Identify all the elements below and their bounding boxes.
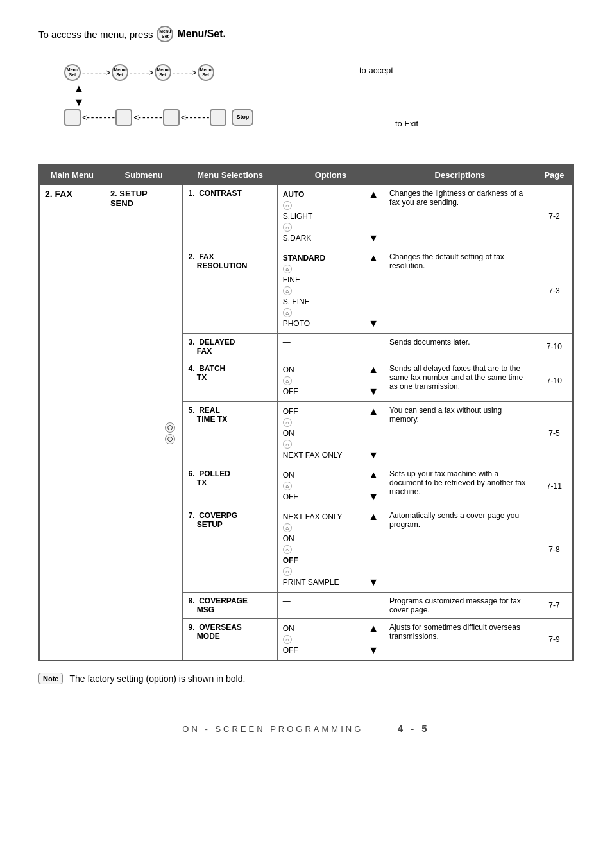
nav-back-btn-2 <box>115 109 132 126</box>
option-item: FINE <box>283 274 366 286</box>
options-cell: ON⌂OFF▲▼ <box>277 465 384 507</box>
option-item: NEXT FAX ONLY <box>283 511 366 523</box>
menu-set-icon-inline: MenuSet <box>157 26 173 42</box>
page-cell: 7-10 <box>536 334 573 360</box>
dash-back-2: <- - - - - - <box>133 112 162 123</box>
header-menu-sel: Menu Selections <box>183 165 277 185</box>
menu-sel-cell: 8. COVERPAGE MSG <box>183 593 277 619</box>
menu-sel-cell: 9. OVERSEAS MODE <box>183 619 277 661</box>
to-exit-label: to Exit <box>395 119 418 128</box>
page-cell: 7-2 <box>536 185 573 248</box>
desc-cell: You can send a fax without using memory. <box>384 402 536 465</box>
option-item: AUTO <box>283 189 366 200</box>
option-item: STANDARD <box>283 252 366 264</box>
note-box-label: Note <box>38 673 63 684</box>
page-cell: 7-8 <box>536 507 573 593</box>
option-item: PRINT SAMPLE <box>283 577 366 588</box>
options-cell: OFF⌂ON⌂NEXT FAX ONLY▲▼ <box>277 402 384 465</box>
up-down-indicator: ▲ ▼ <box>73 82 85 109</box>
option-item: PHOTO <box>283 318 366 329</box>
desc-cell: Programs customized message for fax cove… <box>384 593 536 619</box>
option-item: S. FINE <box>283 296 366 308</box>
nav-back-btn-4 <box>210 109 226 126</box>
menu-sel-cell: 4. BATCH TX <box>183 360 277 402</box>
menu-sel-cell: 6. POLLED TX <box>183 465 277 507</box>
option-item: OFF <box>283 406 366 417</box>
options-cell: — <box>277 334 384 360</box>
footer-page: 4 - 5 <box>398 723 430 734</box>
note-line: Note The factory setting (option) is sho… <box>38 673 574 684</box>
page-cell: 7-5 <box>536 402 573 465</box>
menu-set-bold: Menu/Set. <box>177 28 226 40</box>
page-cell: 7-9 <box>536 619 573 661</box>
page-cell: 7-3 <box>536 248 573 334</box>
option-item: ON <box>283 364 366 376</box>
nav-btn-4: MenuSet <box>198 64 214 81</box>
desc-cell: Sets up your fax machine with a document… <box>384 465 536 507</box>
option-item: OFF <box>283 386 366 397</box>
navigation-diagram: MenuSet - - - - - -> MenuSet - - - - -> … <box>64 58 449 141</box>
header-desc: Descriptions <box>384 165 536 185</box>
options-cell: ON⌂OFF▲▼ <box>277 360 384 402</box>
desc-cell: Sends documents later. <box>384 334 536 360</box>
menu-sel-cell: 2. FAX RESOLUTION <box>183 248 277 334</box>
desc-cell: Changes the lightness or darkness of a f… <box>384 185 536 248</box>
nav-back-btn-1 <box>64 109 81 126</box>
options-cell: ON⌂OFF▲▼ <box>277 619 384 661</box>
option-item: OFF <box>283 491 366 503</box>
intro-text: To access the menu, press <box>38 29 153 40</box>
desc-cell: Ajusts for sometimes difficult overseas … <box>384 619 536 661</box>
stop-btn-icon: Stop <box>232 109 253 126</box>
nav-back-btn-3 <box>163 109 180 126</box>
note-text: The factory setting (option) is shown in… <box>69 673 245 684</box>
option-item: ON <box>283 469 366 481</box>
footer: ON - SCREEN PROGRAMMING 4 - 5 <box>38 723 574 734</box>
menu-table: Main Menu Submenu Menu Selections Option… <box>38 164 574 661</box>
intro-line: To access the menu, press MenuSet Menu/S… <box>38 26 574 42</box>
desc-cell: Sends all delayed faxes that are to the … <box>384 360 536 402</box>
header-options: Options <box>277 165 384 185</box>
option-item: OFF <box>283 645 366 656</box>
dash-arrow-3: - - - - -> <box>173 67 196 78</box>
options-cell: AUTO⌂S.LIGHT⌂S.DARK▲▼ <box>277 185 384 248</box>
header-main-menu: Main Menu <box>39 165 105 185</box>
options-cell: STANDARD⌂FINE⌂S. FINE⌂PHOTO▲▼ <box>277 248 384 334</box>
desc-cell: Changes the default setting of fax resol… <box>384 248 536 334</box>
dash-back-1: <- - - - - - - <box>82 112 114 123</box>
nav-row2: <- - - - - - - <- - - - - - <- - - - - -… <box>64 109 253 126</box>
page-cell: 7-11 <box>536 465 573 507</box>
header-submenu: Submenu <box>105 165 183 185</box>
page-cell: 7-7 <box>536 593 573 619</box>
option-item: ON <box>283 428 366 439</box>
footer-text: ON - SCREEN PROGRAMMING 4 - 5 <box>182 724 429 734</box>
option-item: ON <box>283 533 366 544</box>
option-item: ON <box>283 623 366 634</box>
desc-cell: Automatically sends a cover page you pro… <box>384 507 536 593</box>
nav-btn-2: MenuSet <box>112 64 128 81</box>
dash-back-3: <- - - - - - <box>181 112 209 123</box>
main-menu-cell: 2. FAX <box>39 185 105 661</box>
options-cell: NEXT FAX ONLY⌂ON⌂OFF⌂PRINT SAMPLE▲▼ <box>277 507 384 593</box>
page-cell: 7-10 <box>536 360 573 402</box>
to-accept-label: to accept <box>359 65 393 75</box>
menu-sel-cell: 7. COVERPG SETUP <box>183 507 277 593</box>
menu-sel-cell: 3. DELAYED FAX <box>183 334 277 360</box>
option-item: OFF <box>283 555 366 566</box>
option-item: S.LIGHT <box>283 211 366 222</box>
dash-arrow-1: - - - - - -> <box>82 67 110 78</box>
header-page: Page <box>536 165 573 185</box>
menu-sel-cell: ◯◯5. REAL TIME TX <box>183 402 277 465</box>
option-item: S.DARK <box>283 232 366 244</box>
dash-arrow-2: - - - - -> <box>130 67 153 78</box>
menu-sel-cell: 1. CONTRAST <box>183 185 277 248</box>
option-item: NEXT FAX ONLY <box>283 449 366 461</box>
nav-btn-1: MenuSet <box>64 64 81 81</box>
options-cell: — <box>277 593 384 619</box>
nav-btn-3: MenuSet <box>155 64 171 81</box>
